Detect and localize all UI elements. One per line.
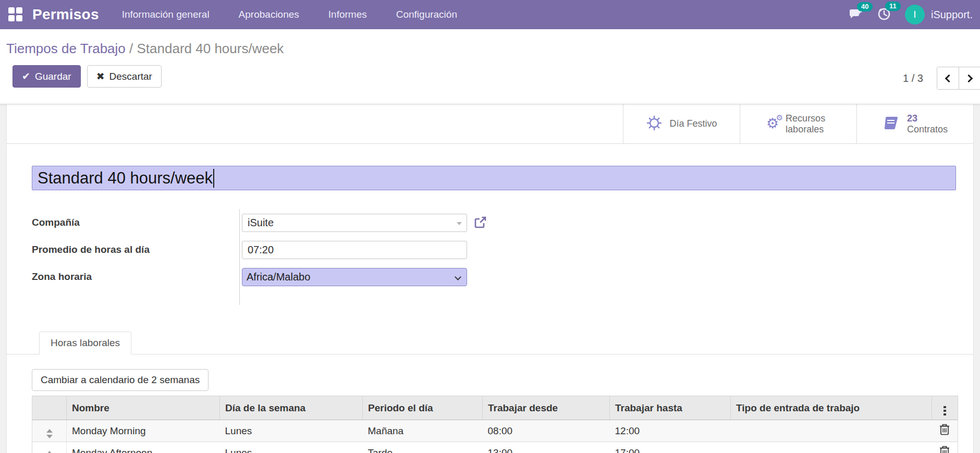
delete-row-button[interactable]	[939, 423, 950, 436]
cell-work-to[interactable]: 12:00	[610, 420, 731, 442]
optional-columns-header	[932, 396, 958, 420]
cell-work-from[interactable]: 13:00	[483, 442, 610, 453]
cell-work-entry-type[interactable]	[731, 420, 932, 442]
hours-per-day-field[interactable]: 07:20	[242, 241, 467, 259]
pager-counter: 1 / 3	[903, 72, 923, 84]
pager-next-button[interactable]	[959, 67, 980, 89]
menu-item-informacion-general[interactable]: Información general	[121, 6, 211, 23]
stat-button-recursos-laborales[interactable]: ⚙⚙ Recursos laborales	[740, 104, 856, 143]
menu-item-configuracion[interactable]: Configuración	[395, 6, 458, 23]
stat-button-contratos[interactable]: 23 Contratos	[856, 104, 973, 143]
stat-label: Día Festivo	[669, 118, 717, 129]
messages-count-badge: 40	[857, 2, 873, 11]
chevron-right-icon	[964, 74, 973, 82]
chat-bubble-icon	[849, 13, 863, 22]
cell-period[interactable]: Tarde	[363, 442, 483, 453]
user-avatar: I	[905, 5, 925, 25]
user-menu[interactable]: I iSupport.	[905, 5, 973, 25]
cell-work-entry-type[interactable]	[731, 442, 932, 453]
text-cursor	[213, 169, 214, 188]
table-row[interactable]: Monday Afternoon Lunes Tarde 13:00 17:00	[32, 442, 958, 453]
column-header-periodo: Periodo el día	[363, 396, 483, 420]
gears-icon: ⚙⚙	[766, 117, 779, 131]
stat-label: Contratos	[907, 124, 948, 135]
check-icon: ✔	[22, 70, 30, 82]
field-label-compania: Compañía	[32, 217, 80, 228]
column-header-desde: Trabajar desde	[483, 396, 610, 420]
column-header-nombre: Nombre	[67, 396, 220, 420]
field-group: Compañía Promedio de horas al día Zona h…	[32, 209, 973, 305]
activities-count-badge: 11	[885, 2, 901, 11]
cell-day[interactable]: Lunes	[220, 442, 363, 453]
cell-day[interactable]: Lunes	[220, 420, 363, 442]
cell-period[interactable]: Mañana	[363, 420, 483, 442]
stat-button-box: Día Festivo ⚙⚙ Recursos laborales 23 Con…	[7, 104, 973, 144]
record-name-input[interactable]: Standard 40 hours/week	[32, 166, 956, 190]
form-sheet: Día Festivo ⚙⚙ Recursos laborales 23 Con…	[6, 104, 974, 453]
menu-item-aprobaciones[interactable]: Aprobaciones	[238, 6, 300, 23]
stat-label: Recursos laborales	[786, 113, 830, 134]
field-label-zona-horaria: Zona horaria	[32, 271, 92, 283]
main-menu: Información general Aprobaciones Informe…	[121, 6, 458, 23]
kebab-menu-icon[interactable]	[942, 405, 947, 417]
delete-row-button[interactable]	[939, 445, 950, 453]
breadcrumb: Tiempos de Trabajo / Standard 40 hours/w…	[5, 38, 980, 57]
drag-handle-icon[interactable]	[46, 451, 53, 453]
timezone-select[interactable]: Africa/Malabo	[242, 268, 467, 286]
chevron-left-icon	[945, 74, 953, 82]
column-header-dia: Día de la semana	[220, 396, 363, 420]
sun-icon	[646, 115, 663, 133]
book-icon	[883, 115, 900, 133]
notebook-tab-bar: Horas laborales	[7, 332, 973, 354]
discard-button[interactable]: ✖ Descartar	[87, 65, 162, 88]
dropdown-caret-icon[interactable]	[457, 222, 462, 225]
record-name-value: Standard 40 hours/week	[38, 169, 213, 188]
stat-button-dia-festivo[interactable]: Día Festivo	[623, 104, 740, 143]
user-name: iSupport.	[931, 9, 973, 21]
breadcrumb-parent-link[interactable]: Tiempos de Trabajo	[6, 41, 126, 56]
handle-column-header	[32, 396, 67, 420]
messages-button[interactable]: 40	[849, 7, 863, 22]
save-button[interactable]: ✔ Guardar	[13, 65, 81, 88]
table-row[interactable]: Monday Morning Lunes Mañana 08:00 12:00	[32, 420, 958, 442]
menu-item-informes[interactable]: Informes	[327, 6, 368, 23]
stat-value: 23	[907, 113, 948, 124]
cell-work-from[interactable]: 08:00	[483, 420, 610, 442]
column-header-hasta: Trabajar hasta	[610, 396, 731, 420]
tab-horas-laborales[interactable]: Horas laborales	[39, 332, 131, 354]
apps-menu-icon[interactable]	[8, 7, 23, 22]
drag-handle-icon[interactable]	[46, 429, 53, 438]
chevron-down-icon	[455, 274, 461, 280]
breadcrumb-separator: /	[129, 41, 137, 56]
column-header-tipo: Tipo de entrada de trabajo	[731, 396, 932, 420]
top-navbar: Permisos Información general Aprobacione…	[0, 0, 980, 29]
cell-name[interactable]: Monday Afternoon	[67, 442, 220, 453]
pager-previous-button[interactable]	[937, 67, 959, 89]
x-icon: ✖	[96, 70, 105, 82]
activity-clock-icon	[877, 14, 891, 22]
cell-work-to[interactable]: 17:00	[610, 442, 731, 453]
control-panel: Tiempos de Trabajo / Standard 40 hours/w…	[0, 29, 980, 104]
table-header-row: Nombre Día de la semana Periodo el día T…	[32, 396, 958, 420]
breadcrumb-current: Standard 40 hours/week	[137, 41, 284, 56]
working-hours-list: Nombre Día de la semana Periodo el día T…	[32, 396, 957, 453]
cell-name[interactable]: Monday Morning	[67, 420, 220, 442]
switch-two-week-calendar-button[interactable]: Cambiar a calendario de 2 semanas	[32, 369, 209, 391]
activities-button[interactable]: 11	[877, 6, 891, 23]
external-link-icon[interactable]	[473, 216, 487, 229]
app-name: Permisos	[32, 6, 99, 23]
field-label-promedio-horas: Promedio de horas al día	[32, 244, 150, 255]
company-field[interactable]: iSuite	[242, 214, 467, 232]
